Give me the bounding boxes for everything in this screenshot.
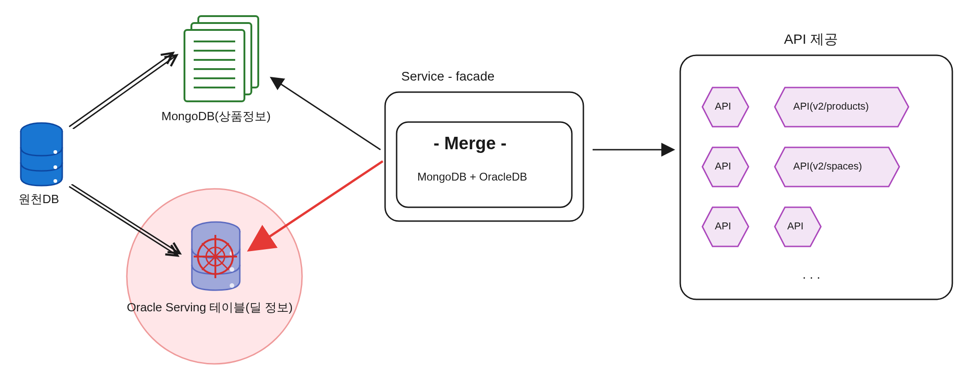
crosshair-target-icon	[194, 235, 238, 279]
svg-line-34	[73, 55, 177, 129]
source-db-label: 원천DB	[18, 191, 59, 207]
merge-title: - Merge -	[434, 134, 506, 153]
mongodb-icon	[182, 14, 263, 104]
svg-point-2	[53, 165, 57, 169]
architecture-diagram: 원천DB MongoDB(상품정보) Oracle Serving 테이블(딜	[0, 0, 980, 374]
oracle-serving-label: Oracle Serving 테이블(딜 정보)	[127, 299, 293, 316]
arrow-source-to-oracle	[65, 184, 184, 263]
api-hex-label: API	[787, 220, 803, 232]
svg-line-38	[253, 161, 383, 248]
svg-line-37	[272, 78, 380, 150]
api-ellipsis: . . .	[802, 267, 820, 282]
api-hex-label: API	[715, 160, 731, 172]
arrow-source-to-mongo	[65, 46, 180, 129]
source-db-icon	[18, 122, 65, 187]
svg-line-33	[69, 53, 173, 127]
svg-line-35	[69, 187, 178, 256]
api-hex-label: API	[715, 220, 731, 232]
svg-line-36	[71, 184, 180, 253]
service-facade-title: Service - facade	[401, 69, 494, 84]
merge-subtitle: MongoDB + OracleDB	[417, 170, 527, 183]
svg-point-17	[230, 283, 234, 288]
arrow-facade-to-mongo	[265, 71, 385, 154]
svg-point-3	[53, 179, 57, 183]
api-hex-label: API(v2/spaces)	[793, 160, 862, 172]
svg-point-1	[53, 150, 57, 154]
arrow-facade-to-api	[590, 143, 678, 157]
arrow-facade-to-oracle	[244, 157, 387, 253]
api-provision-title: API 제공	[784, 30, 838, 49]
api-hex-label: API	[715, 100, 731, 112]
service-facade-box	[383, 90, 586, 223]
api-hex-label: API(v2/products)	[793, 100, 869, 112]
